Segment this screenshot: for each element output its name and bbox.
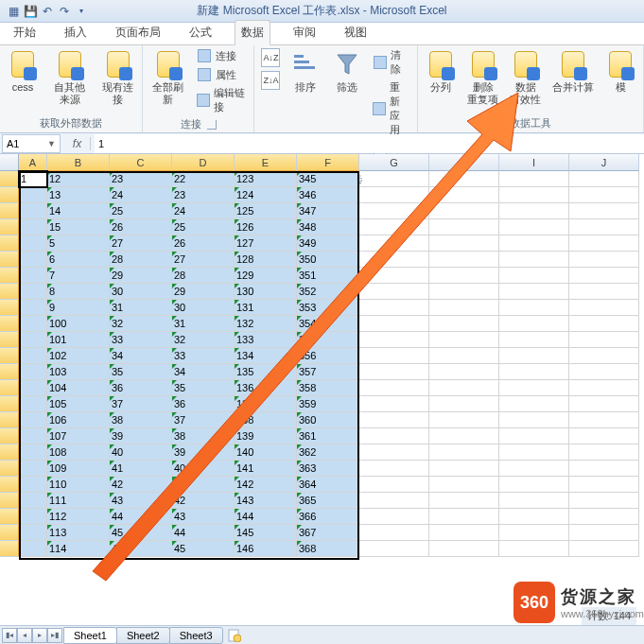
- cell[interactable]: [19, 461, 47, 477]
- cell[interactable]: [499, 219, 569, 235]
- cell[interactable]: 106: [47, 412, 110, 428]
- cell[interactable]: [429, 461, 499, 477]
- cell[interactable]: [569, 428, 639, 444]
- cell[interactable]: [499, 525, 569, 541]
- sheet-nav-last-icon[interactable]: ▸▮: [47, 628, 62, 643]
- cell[interactable]: 352: [297, 284, 359, 300]
- cell[interactable]: [359, 203, 429, 219]
- cell[interactable]: [499, 316, 569, 332]
- cell[interactable]: 101: [47, 332, 110, 348]
- cell[interactable]: 39: [110, 428, 172, 444]
- cell[interactable]: 136: [235, 380, 297, 396]
- cell[interactable]: [499, 428, 569, 444]
- cell[interactable]: 25: [172, 219, 235, 235]
- cell[interactable]: [499, 332, 569, 348]
- cell[interactable]: 131: [235, 300, 297, 316]
- row-header[interactable]: [0, 444, 19, 461]
- cell[interactable]: 41: [172, 477, 235, 493]
- col-header-A[interactable]: A: [19, 154, 47, 171]
- cell[interactable]: 13: [47, 187, 110, 203]
- cell[interactable]: 368: [297, 541, 359, 557]
- cell[interactable]: 45: [172, 541, 235, 557]
- cell[interactable]: 100: [47, 316, 110, 332]
- cell[interactable]: 102: [47, 348, 110, 364]
- cell[interactable]: [569, 284, 639, 300]
- cell[interactable]: [429, 219, 499, 235]
- cell[interactable]: [19, 268, 47, 284]
- cell[interactable]: [499, 509, 569, 525]
- othersrc-button[interactable]: 自其他来源: [45, 47, 94, 108]
- cell[interactable]: [429, 541, 499, 557]
- cell[interactable]: [359, 187, 429, 203]
- cell[interactable]: 123: [235, 171, 297, 187]
- clear-button[interactable]: 清除: [370, 47, 413, 78]
- cell[interactable]: 366: [297, 509, 359, 525]
- cell[interactable]: [359, 235, 429, 252]
- props-button[interactable]: 属性: [194, 66, 251, 83]
- cell[interactable]: 43: [110, 493, 172, 509]
- cell[interactable]: 27: [172, 252, 235, 268]
- cell[interactable]: 129: [235, 268, 297, 284]
- cell[interactable]: [359, 525, 429, 541]
- cell[interactable]: [359, 428, 429, 444]
- cell[interactable]: 139: [235, 428, 297, 444]
- cell[interactable]: 40: [172, 461, 235, 477]
- cell[interactable]: [569, 380, 639, 396]
- cell[interactable]: [19, 300, 47, 316]
- save-icon[interactable]: 💾: [23, 4, 38, 19]
- cell[interactable]: [359, 171, 429, 187]
- cell[interactable]: [359, 316, 429, 332]
- row-header[interactable]: [0, 541, 19, 557]
- undo-icon[interactable]: ↶: [40, 4, 55, 19]
- row-header[interactable]: [0, 187, 19, 203]
- cell[interactable]: [429, 509, 499, 525]
- cell[interactable]: 22: [172, 171, 235, 187]
- cell[interactable]: [359, 477, 429, 493]
- sheet-tab-Sheet3[interactable]: Sheet3: [169, 627, 223, 644]
- cell[interactable]: 348: [297, 219, 359, 235]
- cell[interactable]: 14: [47, 203, 110, 219]
- cell[interactable]: 146: [235, 541, 297, 557]
- cell[interactable]: 31: [110, 300, 172, 316]
- cell[interactable]: [19, 332, 47, 348]
- cell[interactable]: [19, 412, 47, 428]
- cell[interactable]: [429, 300, 499, 316]
- cell[interactable]: [429, 332, 499, 348]
- cell[interactable]: 137: [235, 396, 297, 412]
- cell[interactable]: 110: [47, 477, 110, 493]
- cell[interactable]: [19, 187, 47, 203]
- row-header[interactable]: [0, 348, 19, 364]
- cell[interactable]: 104: [47, 380, 110, 396]
- cell[interactable]: 41: [110, 461, 172, 477]
- whatif-button[interactable]: 模: [601, 47, 639, 96]
- cell[interactable]: 35: [110, 364, 172, 380]
- cell[interactable]: [569, 203, 639, 219]
- cell[interactable]: 32: [110, 316, 172, 332]
- cell[interactable]: 28: [110, 252, 172, 268]
- cell[interactable]: 6: [47, 252, 110, 268]
- cell[interactable]: 32: [172, 332, 235, 348]
- cell[interactable]: 103: [47, 364, 110, 380]
- cell[interactable]: [569, 509, 639, 525]
- row-header[interactable]: [0, 412, 19, 428]
- cell[interactable]: [359, 219, 429, 235]
- cell[interactable]: 140: [235, 444, 297, 461]
- cell[interactable]: [429, 477, 499, 493]
- row-header[interactable]: [0, 316, 19, 332]
- cell[interactable]: [19, 284, 47, 300]
- cell[interactable]: 105: [47, 396, 110, 412]
- cell[interactable]: 12: [47, 171, 110, 187]
- menu-tab-2[interactable]: 页面布局: [110, 21, 166, 44]
- cell[interactable]: [569, 396, 639, 412]
- cell[interactable]: 363: [297, 461, 359, 477]
- cell[interactable]: 354: [297, 316, 359, 332]
- existing-button[interactable]: 现有连接: [97, 47, 138, 108]
- row-header[interactable]: [0, 396, 19, 412]
- row-header[interactable]: [0, 525, 19, 541]
- cell[interactable]: [569, 412, 639, 428]
- cell[interactable]: 43: [172, 509, 235, 525]
- cell[interactable]: [429, 493, 499, 509]
- row-header[interactable]: [0, 332, 19, 348]
- row-header[interactable]: [0, 252, 19, 268]
- cell[interactable]: [569, 461, 639, 477]
